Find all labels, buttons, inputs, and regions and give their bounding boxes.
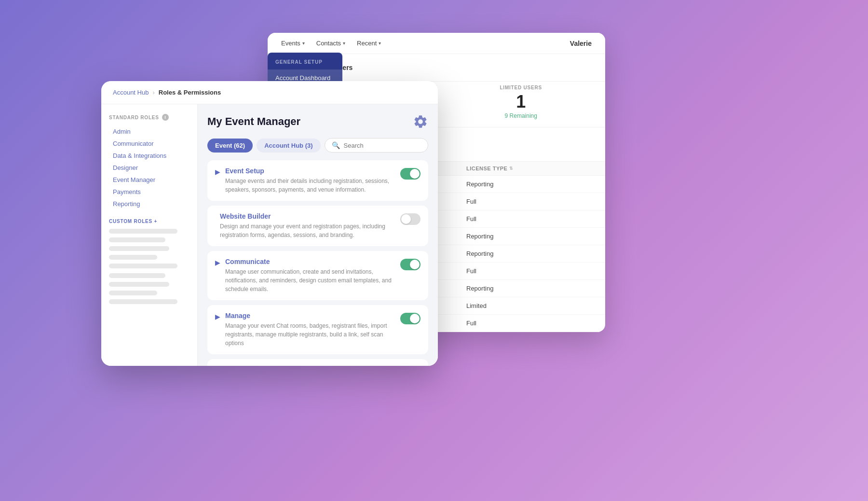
standard-roles-title: STANDARD ROLES i <box>109 114 190 121</box>
limited-users-count: 1 <box>437 93 606 111</box>
limited-users-label: LIMITED USERS <box>437 85 606 90</box>
gear-icon[interactable] <box>413 114 428 129</box>
tab-account-hub[interactable]: Account Hub (3) <box>257 139 320 153</box>
perm-info-2: Communicate Manage user communication, c… <box>225 258 395 293</box>
sidebar-item-communicator[interactable]: Communicator <box>109 138 190 150</box>
permission-search-input[interactable] <box>344 142 421 149</box>
custom-role-placeholder-4 <box>109 255 157 260</box>
custom-role-placeholder-8 <box>109 291 157 295</box>
perm-desc-1: Design and manage your event and registr… <box>220 222 395 239</box>
perm-desc-3: Manage your event Chat rooms, badges, re… <box>225 321 395 348</box>
cell-license-0: Reporting <box>466 181 524 188</box>
cell-license-2: Full <box>466 215 524 223</box>
perm-toggle-1[interactable] <box>400 213 420 225</box>
perm-info-3: Manage Manage your event Chat rooms, bad… <box>225 312 395 348</box>
limited-users-stat: LIMITED USERS 1 9 Remaining <box>437 85 606 119</box>
custom-role-placeholder-7 <box>109 282 169 287</box>
custom-role-placeholder-2 <box>109 237 165 242</box>
panel-bc-chevron: › <box>152 89 154 96</box>
th-license: LICENSE TYPE ⇅ <box>466 166 524 171</box>
sidebar: STANDARD ROLES i AdminCommunicatorData &… <box>101 104 198 366</box>
perm-expand-2[interactable]: ▶ <box>215 259 220 266</box>
perm-toggle-0[interactable] <box>400 168 420 180</box>
standard-roles-info-icon[interactable]: i <box>162 114 169 121</box>
sidebar-item-designer[interactable]: Designer <box>109 162 190 174</box>
perm-toggle-3[interactable] <box>400 313 420 324</box>
custom-role-placeholder-3 <box>109 246 169 251</box>
perm-toggle-2[interactable] <box>400 259 420 270</box>
limited-users-remaining: 9 Remaining <box>437 112 606 119</box>
contacts-dropdown-arrow: ▾ <box>343 41 345 46</box>
perm-expand-0[interactable]: ▶ <box>215 168 220 176</box>
perm-desc-2: Manage user communication, create and se… <box>225 267 395 293</box>
sidebar-items-container: AdminCommunicatorData & IntegrationsDesi… <box>109 125 190 210</box>
user-name: Valerie <box>570 40 592 47</box>
events-dropdown-arrow: ▾ <box>302 41 305 46</box>
custom-role-placeholder-5 <box>109 264 177 268</box>
tab-bar: Event (62) Account Hub (3) 🔍 <box>207 138 428 153</box>
role-title: My Event Manager <box>207 115 300 128</box>
main-panel: Account Hub › Roles & Permissions STANDA… <box>101 81 438 366</box>
perm-title-1: Website Builder <box>220 212 395 220</box>
custom-roles-title: CUSTOM ROLES + <box>109 219 190 224</box>
cell-license-1: Full <box>466 198 524 205</box>
bg-nav: Events ▾ Contacts ▾ Recent ▾ Valerie <box>268 33 605 54</box>
permission-item-3: ▶ Manage Manage your event Chat rooms, b… <box>207 305 428 354</box>
sidebar-item-payments[interactable]: Payments <box>109 186 190 198</box>
cell-license-7: Limited <box>466 302 524 309</box>
sidebar-item-event-manager[interactable]: Event Manager <box>109 174 190 186</box>
role-header: My Event Manager <box>207 114 428 129</box>
nav-events[interactable]: Events ▾ <box>281 40 305 47</box>
nav-contacts[interactable]: Contacts ▾ <box>316 40 345 47</box>
tab-event[interactable]: Event (62) <box>207 139 253 153</box>
role-editor: My Event Manager Event (62) Account Hub … <box>198 104 438 366</box>
cell-license-8: Full <box>466 320 524 327</box>
dropdown-section-label: GENERAL SETUP <box>268 56 342 70</box>
panel-content: STANDARD ROLES i AdminCommunicatorData &… <box>101 104 438 366</box>
perm-title-3: Manage <box>225 312 395 320</box>
search-icon: 🔍 <box>332 141 340 149</box>
sidebar-item-reporting[interactable]: Reporting <box>109 198 190 210</box>
permission-item-0: ▶ Event Setup Manage events and their de… <box>207 160 428 201</box>
license-sort-icon[interactable]: ⇅ <box>509 166 514 171</box>
perm-info-1: Website Builder Design and manage your e… <box>220 212 395 239</box>
cell-license-5: Full <box>466 267 524 275</box>
permission-search-box: 🔍 <box>325 138 428 153</box>
panel-bc-roles: Roles & Permissions <box>159 89 221 96</box>
perm-title-2: Communicate <box>225 258 395 265</box>
perm-info-0: Event Setup Manage events and their deta… <box>225 167 395 194</box>
cell-license-6: Reporting <box>466 285 524 292</box>
permission-item-1: Website Builder Design and manage your e… <box>207 206 428 246</box>
custom-role-placeholder-6 <box>109 273 165 278</box>
panel-bc-account-hub[interactable]: Account Hub <box>113 89 149 96</box>
permission-item-2: ▶ Communicate Manage user communication,… <box>207 251 428 300</box>
sidebar-item-admin[interactable]: Admin <box>109 125 190 138</box>
sidebar-item-data-&-integrations[interactable]: Data & Integrations <box>109 150 190 162</box>
perm-desc-0: Manage events and their details includin… <box>225 177 395 194</box>
permission-item-4: ▶ Mobile Apps Manage your mobile apps an… <box>207 359 428 366</box>
recent-dropdown-arrow: ▾ <box>379 41 381 46</box>
custom-role-placeholder-1 <box>109 229 177 234</box>
perm-title-0: Event Setup <box>225 167 395 175</box>
cell-license-4: Reporting <box>466 250 524 257</box>
permissions-container: ▶ Event Setup Manage events and their de… <box>207 160 428 366</box>
perm-expand-3[interactable]: ▶ <box>215 313 220 320</box>
panel-breadcrumb: Account Hub › Roles & Permissions <box>101 81 438 104</box>
custom-role-placeholder-9 <box>109 299 177 304</box>
nav-recent[interactable]: Recent ▾ <box>357 40 381 47</box>
cell-license-3: Reporting <box>466 233 524 240</box>
